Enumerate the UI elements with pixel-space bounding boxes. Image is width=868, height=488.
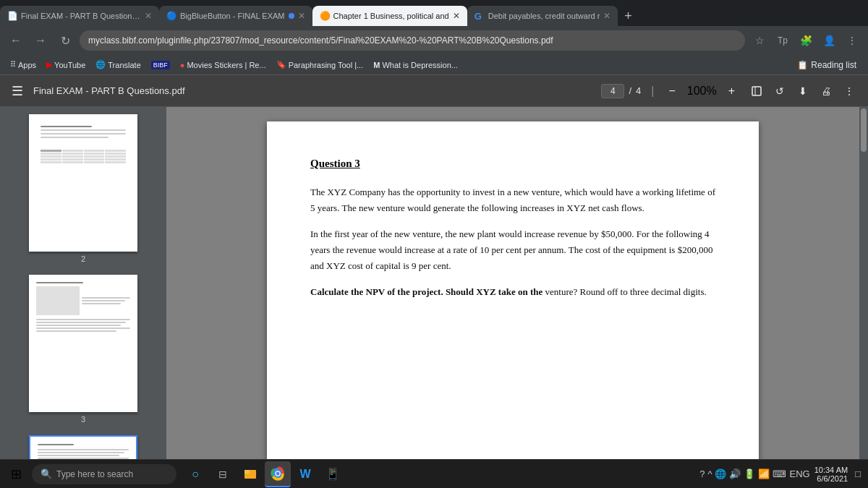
taskbar-explorer[interactable]: [237, 461, 263, 487]
tab-close-2[interactable]: ✕: [298, 11, 305, 21]
bookmark-youtube-label: YouTube: [54, 61, 85, 69]
system-icons: ? ^ 🌐 🔊 🔋 📶 ⌨ ENG: [699, 468, 810, 479]
depression-icon: M: [373, 61, 380, 69]
show-desktop-button[interactable]: □: [855, 468, 861, 479]
pdf-toolbar: ☰ Final EXAM - PART B Questions.pdf / 4 …: [0, 75, 868, 107]
keyboard-icon[interactable]: ⌨: [773, 468, 786, 479]
battery-icon[interactable]: 🔋: [744, 468, 755, 479]
new-tab-button[interactable]: +: [618, 6, 638, 26]
taskbar-word[interactable]: W: [292, 461, 318, 487]
pdf-thumbnail-2[interactable]: [29, 114, 137, 252]
url-input[interactable]: [80, 30, 745, 51]
pdf-more-button[interactable]: ⋮: [839, 81, 859, 101]
bookmark-movies-label: Movies Stickers | Re...: [187, 61, 265, 69]
taskbar-search-box[interactable]: 🔍 Type here to search: [32, 464, 176, 484]
taskbar-running-apps: ○ ⊟ W 📱: [176, 461, 692, 487]
bookmark-apps-label: Apps: [18, 61, 36, 69]
svg-point-7: [276, 471, 280, 475]
taskbar-taskview[interactable]: ⊟: [210, 461, 236, 487]
forward-button[interactable]: →: [30, 30, 51, 51]
reading-list-button[interactable]: 📋 Reading list: [791, 59, 862, 72]
system-clock[interactable]: 10:34 AM 6/6/2021: [814, 466, 848, 483]
tab-favicon-3: 🟠: [320, 11, 330, 21]
lang-label: ENG: [789, 468, 809, 479]
question-icon[interactable]: ?: [699, 468, 705, 479]
bookmark-paraphrasing-label: Paraphrasing Tool |...: [289, 61, 364, 69]
bookmark-youtube[interactable]: ▶ YouTube: [42, 59, 90, 71]
back-button[interactable]: ←: [6, 30, 26, 51]
tab-close-1[interactable]: ✕: [145, 11, 152, 21]
clock-time: 10:34 AM: [814, 466, 848, 474]
tab-final-exam[interactable]: 📄 Final EXAM - PART B Questions.p ✕: [0, 6, 159, 26]
pdf-page-nav: / 4: [601, 84, 641, 98]
pdf-content-area[interactable]: Question 3 The XYZ Company has the oppor…: [166, 107, 859, 488]
thumb-num-3: 3: [81, 415, 85, 424]
taskbar-phone[interactable]: 📱: [320, 461, 346, 487]
pdf-thumbnail-3[interactable]: [29, 275, 137, 412]
tp-button[interactable]: Tp: [773, 30, 793, 51]
tab-close-3[interactable]: ✕: [453, 11, 460, 21]
taskbar-chrome[interactable]: [265, 461, 291, 487]
pdf-sidebar[interactable]: 2: [0, 107, 166, 488]
network-icon[interactable]: 🌐: [715, 468, 726, 479]
question-body: The XYZ Company has the opportunity to i…: [310, 184, 715, 301]
clock-date: 6/6/2021: [814, 474, 848, 483]
svg-rect-0: [752, 87, 761, 95]
bookmark-star-button[interactable]: ☆: [749, 30, 770, 51]
menu-button[interactable]: ⋮: [842, 30, 862, 51]
start-button[interactable]: ⊞: [0, 460, 32, 489]
pdf-rotate-button[interactable]: ↺: [770, 81, 790, 101]
tab-notification-dot: [289, 13, 294, 19]
pdf-fit-button[interactable]: [746, 81, 767, 101]
tab-title-2: BigBlueButton - FINAL EXAM: [180, 12, 285, 20]
reload-button[interactable]: ↻: [55, 30, 75, 51]
tab-favicon-2: 🔵: [166, 11, 176, 21]
wifi-icon[interactable]: 📶: [758, 468, 770, 479]
tab-title-3: Chapter 1 Business, political and: [333, 12, 449, 20]
search-icon: 🔍: [41, 468, 52, 479]
tab-favicon-4: G: [475, 11, 485, 21]
tab-bigbluebutton[interactable]: 🔵 BigBlueButton - FINAL EXAM ✕: [159, 6, 312, 26]
svg-rect-3: [244, 470, 250, 474]
pdf-download-button[interactable]: ⬇: [793, 81, 813, 101]
pdf-page-input[interactable]: [601, 84, 624, 98]
pdf-zoom-value: 100%: [687, 85, 717, 98]
search-placeholder-text: Type here to search: [56, 469, 133, 479]
extensions-button[interactable]: 🧩: [796, 30, 816, 51]
bookmark-apps[interactable]: ⠿ Apps: [6, 59, 41, 71]
pdf-zoom-out-button[interactable]: −: [664, 83, 679, 99]
bookmark-paraphrasing[interactable]: 🔖 Paraphrasing Tool |...: [272, 59, 368, 71]
hamburger-button[interactable]: ☰: [9, 80, 26, 102]
bookmark-bibf[interactable]: BIBF BIBF: [147, 59, 174, 71]
reading-list-label: Reading list: [811, 60, 856, 70]
tab-title-1: Final EXAM - PART B Questions.p: [21, 12, 141, 20]
chevron-up-icon[interactable]: ^: [707, 468, 712, 479]
bookmarks-bar: ⠿ Apps ▶ YouTube 🌐 Translate BIBF BIBF ●…: [0, 55, 868, 75]
taskbar: ⊞ 🔍 Type here to search ○ ⊟ W 📱: [0, 459, 868, 488]
pdf-print-button[interactable]: 🖨: [816, 81, 836, 101]
translate-icon: 🌐: [95, 60, 106, 69]
tab-close-4[interactable]: ✕: [603, 11, 610, 21]
address-bar: ← → ↻ ☆ Tp 🧩 👤 ⋮: [0, 26, 868, 55]
question-title: Question 3: [310, 158, 715, 170]
youtube-icon: ▶: [46, 60, 52, 69]
pdf-right-scrollbar[interactable]: [859, 107, 868, 488]
bookmark-translate[interactable]: 🌐 Translate: [91, 59, 145, 71]
question-paragraph-3: Calculate the NPV of the project. Should…: [310, 284, 715, 300]
bookmark-movies[interactable]: ● Movies Stickers | Re...: [176, 59, 271, 71]
tab-title-4: Debit payables, credit outward r: [488, 12, 600, 20]
profile-button[interactable]: 👤: [819, 30, 839, 51]
bookmark-depression[interactable]: M What is Depression...: [369, 59, 462, 71]
speaker-icon[interactable]: 🔊: [729, 468, 741, 479]
tab-chapter1[interactable]: 🟠 Chapter 1 Business, political and ✕: [312, 6, 467, 26]
apps-icon: ⠿: [10, 60, 16, 69]
thumb-container-3: 3: [29, 275, 137, 424]
toolbar-icons: ☆ Tp 🧩 👤 ⋮: [749, 30, 862, 51]
taskbar-cortana[interactable]: ○: [182, 461, 208, 487]
pdf-page: Question 3 The XYZ Company has the oppor…: [267, 121, 759, 483]
question-paragraph-2: In the first year of the new venture, th…: [310, 226, 715, 274]
pdf-page-separator: /: [629, 85, 631, 96]
pdf-zoom-in-button[interactable]: +: [724, 83, 739, 99]
tab-debit[interactable]: G Debit payables, credit outward r ✕: [467, 6, 618, 26]
tab-favicon-1: 📄: [7, 11, 17, 21]
